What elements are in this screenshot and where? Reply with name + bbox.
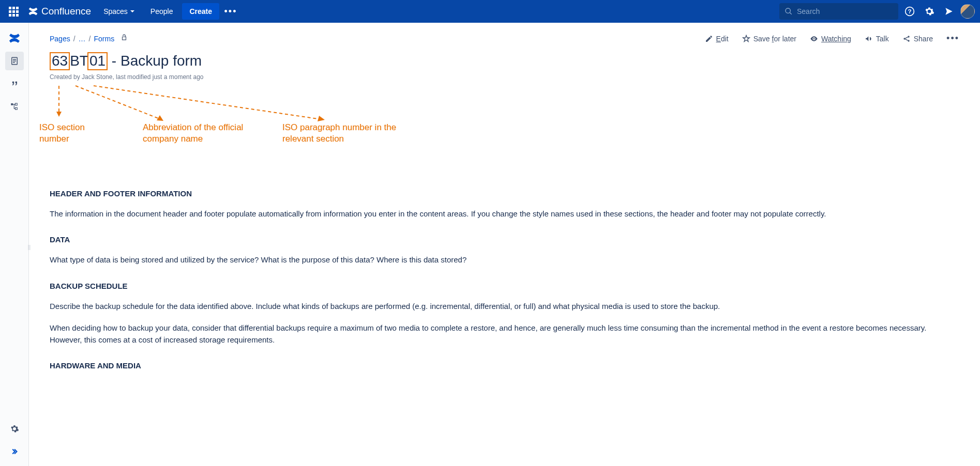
annotation-iso-section: ISO section number [39,122,112,145]
svg-rect-8 [15,107,17,110]
svg-line-13 [905,39,908,40]
eye-icon [810,35,818,43]
share-button[interactable]: Share [902,35,933,43]
section-heading: DATA [50,235,959,244]
breadcrumb-forms[interactable]: Forms [94,35,114,43]
top-nav: Confluence Spaces People Create ••• ? [0,0,980,23]
chevron-down-icon [130,9,135,14]
svg-rect-6 [11,103,13,105]
svg-marker-17 [157,115,163,121]
title-iso-paragraph: 01 [89,53,105,69]
nav-spaces-label: Spaces [103,7,128,15]
sidebar-space-icon[interactable] [5,29,24,48]
search-box[interactable] [779,3,898,20]
section-paragraph: When deciding how to backup your data, c… [50,322,959,346]
section-heading: HARDWARE AND MEDIA [50,361,959,370]
product-name: Confluence [41,6,91,17]
apps-grid-icon [9,7,19,17]
title-company-abbrev: BT [70,53,88,69]
page-byline: Created by Jack Stone, last modified jus… [50,73,959,81]
create-label: Create [189,7,212,15]
confluence-space-icon [8,32,21,44]
page-icon [10,56,19,66]
megaphone-icon [865,35,873,43]
gear-icon [10,424,19,433]
nav-more-button[interactable]: ••• [222,3,239,20]
talk-button[interactable]: Talk [865,35,889,43]
notification-icon [944,6,954,17]
svg-line-12 [905,37,908,38]
svg-marker-19 [318,116,325,121]
sidebar-resize-handle[interactable]: || [28,244,31,250]
sidebar-settings[interactable] [5,420,24,438]
user-avatar[interactable] [960,4,975,19]
breadcrumb-sep: / [89,35,91,43]
app-switcher[interactable] [5,3,22,20]
nav-people-label: People [150,7,173,15]
confluence-icon [28,6,38,17]
section-paragraph: What type of data is being stored and ut… [50,254,959,266]
annotation-arrows [50,65,412,174]
svg-marker-15 [56,112,62,117]
main-content: Pages / … / Forms Edit Save for later [29,23,980,466]
help-button[interactable]: ? [901,3,918,20]
page-title: 63BT01 - Backup form [50,52,202,70]
expand-icon [10,447,19,456]
gear-icon [924,6,934,17]
page-more-button[interactable]: ••• [946,33,959,44]
star-icon [742,35,750,43]
watching-label: Watching [821,35,851,43]
sidebar-tree[interactable] [5,97,24,116]
search-input[interactable] [797,7,893,15]
svg-rect-7 [15,103,17,105]
watching-button[interactable]: Watching [810,35,851,43]
annotation-overlay: ISO section number Abbreviation of the o… [50,86,959,174]
help-icon: ? [904,6,915,17]
search-icon [785,7,793,15]
section-paragraph: The information in the document header a… [50,208,959,220]
title-iso-section: 63 [52,53,68,69]
left-sidebar: || [0,23,29,466]
sidebar-expand[interactable] [5,442,24,461]
lock-open-icon [120,34,128,41]
pencil-icon [705,35,713,43]
section-paragraph: Describe the backup schedule for the dat… [50,301,959,313]
restrictions-button[interactable] [120,34,128,43]
notifications-button[interactable] [941,3,957,20]
svg-text:?: ? [908,8,911,14]
edit-button[interactable]: Edit [705,35,729,43]
breadcrumb-sep: / [73,35,76,43]
nav-people[interactable]: People [144,3,179,20]
breadcrumb-pages[interactable]: Pages [50,35,70,43]
save-for-later-button[interactable]: Save for later [742,35,796,43]
settings-button[interactable] [921,3,938,20]
sidebar-pages[interactable] [5,52,24,70]
section-heading: HEADER AND FOOTER INFORMATION [50,189,959,198]
edit-label: dit [721,35,729,43]
svg-line-16 [76,86,161,119]
quote-icon [9,79,20,89]
title-suffix: - Backup form [108,53,202,69]
share-icon [902,35,911,43]
breadcrumb-ellipsis[interactable]: … [79,35,86,43]
nav-spaces[interactable]: Spaces [97,3,141,20]
section-heading: BACKUP SCHEDULE [50,282,959,290]
tree-icon [10,102,19,111]
svg-line-18 [94,86,321,119]
create-button[interactable]: Create [182,3,219,20]
annotation-company-abbrev: Abbreviation of the official company nam… [143,122,246,145]
sidebar-blog[interactable] [5,74,24,93]
page-actions: Edit Save for later Watching Talk Share [705,33,959,44]
annotation-iso-paragraph: ISO paragraph number in the relevant sec… [282,122,401,145]
breadcrumb: Pages / … / Forms [50,34,128,43]
talk-label: Talk [876,35,889,43]
share-label: Share [914,35,933,43]
confluence-logo[interactable]: Confluence [25,6,94,17]
